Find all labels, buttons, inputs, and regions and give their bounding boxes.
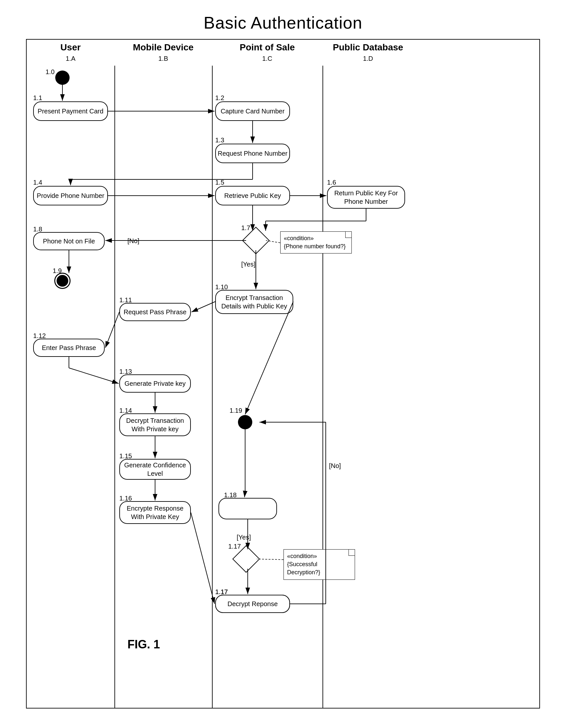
activity-1-15: Generate Confidence Level — [119, 459, 191, 480]
step-label-1-6: 1.6 — [327, 179, 336, 186]
step-label-1-5: 1.5 — [215, 179, 224, 186]
col-header-pos: Point of Sale 1.C — [212, 42, 323, 63]
activity-1-6: Return Public Key For Phone Number — [327, 186, 405, 209]
svg-line-25 — [191, 513, 214, 604]
activity-1-8: Phone Not on File — [33, 232, 105, 250]
svg-line-19 — [105, 312, 119, 348]
activity-1-3: Request Phone Number — [215, 144, 290, 163]
divider-pos-pubdb — [323, 66, 323, 708]
page-title: Basic Authentication — [0, 0, 566, 33]
col-header-user: User 1.A — [27, 42, 114, 63]
col-header-mobile: Mobile Device 1.B — [114, 42, 212, 63]
divider-user-mobile — [114, 66, 115, 708]
col-header-pubdb: Public Database 1.D — [323, 42, 414, 63]
step-label-1-2: 1.2 — [215, 94, 224, 102]
activity-1-4: Provide Phone Number — [33, 186, 108, 205]
end-node-1-9 — [55, 274, 70, 288]
activity-1-10: Encrypt Transaction Details with Public … — [215, 290, 293, 314]
note-decryption: «condition»{SuccessfulDecryption?} — [284, 549, 355, 580]
activity-1-17-b: Decrypt Reponse — [215, 595, 290, 613]
svg-line-35 — [257, 559, 284, 560]
activity-1-1: Present Payment Card — [33, 101, 108, 121]
yes-label-phone: [Yes] — [241, 261, 255, 268]
svg-line-28 — [244, 491, 245, 497]
step-label-1-4: 1.4 — [33, 179, 42, 186]
fig-label: FIG. 1 — [127, 638, 160, 651]
note-phone-found: «condition»{Phone number found?} — [280, 231, 352, 253]
step-label-1-20: 1.19 — [229, 407, 242, 414]
yes-label-decryption: [Yes] — [237, 534, 251, 541]
activity-1-16: Encrypte Response With Private Key — [119, 501, 191, 524]
start-node — [55, 71, 70, 85]
diagram-container: User 1.A Mobile Device 1.B Point of Sale… — [26, 39, 540, 709]
divider-mobile-pos — [212, 66, 212, 708]
join-node-1-20 — [238, 415, 252, 429]
svg-line-21 — [69, 368, 119, 383]
activity-1-2: Capture Card Number — [215, 101, 290, 121]
activity-1-13: Generate Private key — [119, 374, 191, 393]
no-label-phone: [No] — [127, 237, 139, 245]
activity-1-19 — [218, 498, 277, 519]
step-label-1-1: 1.1 — [33, 94, 42, 102]
start-label: 1.0 — [45, 68, 55, 76]
no-label-decryption: [No] — [329, 462, 341, 470]
activity-1-5: Retrieve Public Key — [215, 186, 290, 205]
activity-1-12: Enter Pass Phrase — [33, 339, 105, 357]
step-label-1-18: 1.17 — [228, 543, 241, 550]
page: Basic Authentication User 1.A Mobile Dev… — [0, 0, 566, 728]
step-label-1-7: 1.7 — [241, 224, 250, 232]
activity-1-14: Decrypt Transaction With Private key — [119, 413, 191, 436]
activity-1-11: Request Pass Phrase — [119, 303, 191, 321]
step-label-1-9: 1.9 — [53, 267, 62, 275]
step-label-1-3: 1.3 — [215, 137, 224, 144]
svg-line-26 — [245, 302, 293, 414]
